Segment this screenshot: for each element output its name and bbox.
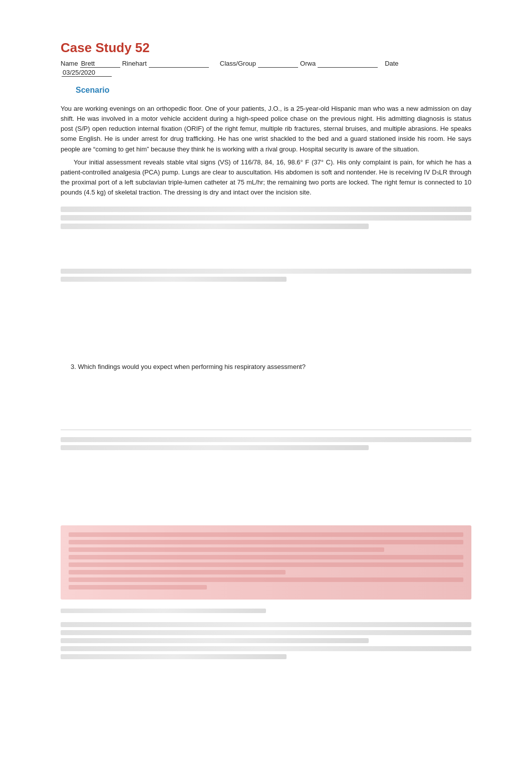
scenario-body: You are working evenings on an orthopedi… xyxy=(61,104,471,198)
scenario-heading: Scenario xyxy=(61,86,471,95)
question-3-number: 3. xyxy=(71,363,76,370)
blurred-content-2 xyxy=(61,269,471,282)
question-3: 3. Which findings would you expect when … xyxy=(61,363,471,370)
header-row1: Name Brett Rinehart Class/Group Orwa Dat… xyxy=(61,60,471,68)
question-3-text: Which findings would you expect when per… xyxy=(78,363,306,370)
scenario-paragraph2: Your initial assessment reveals stable v… xyxy=(61,157,471,198)
scenario-paragraph1: You are working evenings on an orthopedi… xyxy=(61,104,471,154)
name-field-underline xyxy=(149,60,209,68)
name-field: Rinehart xyxy=(122,60,147,67)
bottom-blurred-content xyxy=(61,609,471,613)
name-label: Name xyxy=(61,60,78,67)
name-value: Brett xyxy=(80,60,120,68)
blurred-content-1 xyxy=(61,207,471,229)
blurred-content-4 xyxy=(61,622,471,659)
class-label: Class/Group xyxy=(220,60,256,67)
question-section: 3. Which findings would you expect when … xyxy=(61,363,471,370)
date-label: Date xyxy=(385,60,398,67)
class-value: Orwa xyxy=(300,60,316,67)
header-row2: 03/25/2020 xyxy=(61,69,471,77)
case-study-title: Case Study 52 xyxy=(61,40,471,56)
date-value: 03/25/2020 xyxy=(62,69,112,77)
separator-1 xyxy=(61,430,471,430)
page-container: Case Study 52 Name Brett Rinehart Class/… xyxy=(51,0,481,695)
class-field-underline xyxy=(318,60,378,68)
blurred-content-3 xyxy=(61,437,471,450)
class-value-pre xyxy=(258,60,298,68)
pink-answer-block xyxy=(61,525,471,600)
